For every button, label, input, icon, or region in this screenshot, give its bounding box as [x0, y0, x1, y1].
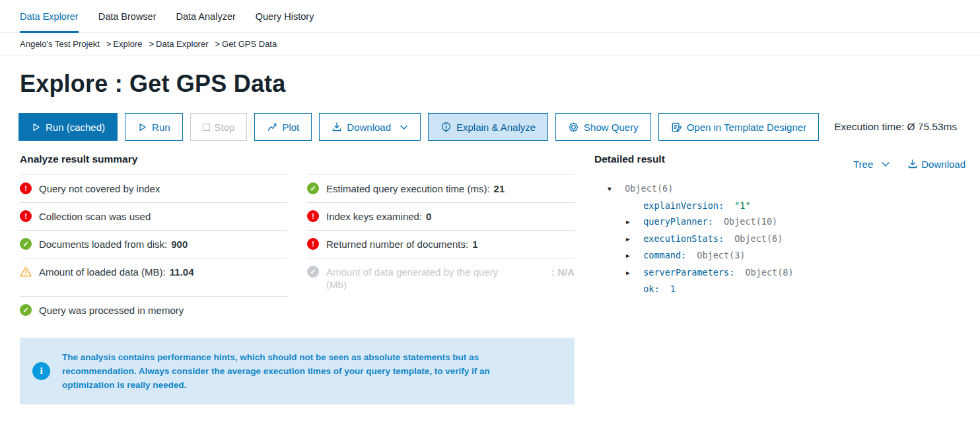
tree-value: Object(8) [745, 267, 793, 278]
tree-value: Object(10) [724, 216, 777, 227]
breadcrumb-item[interactable]: Get GPS Data [222, 39, 277, 49]
success-icon: ✓ [307, 182, 319, 194]
open-template-designer-button[interactable]: Open in Template Designer [658, 113, 820, 141]
explain-analyze-button[interactable]: Explain & Analyze [428, 113, 548, 141]
breadcrumb: Angelo's Test ProjektExploreData Explore… [0, 33, 980, 56]
tree-row: explainVersion "1" [594, 198, 965, 214]
show-query-label: Show Query [584, 122, 639, 133]
summary-item: ! ✓ ✓ Query not covered by index [20, 174, 287, 202]
summary-item-label: Estimated query execution time (ms): [326, 182, 490, 195]
download-icon [332, 122, 342, 132]
show-query-button[interactable]: Show Query [555, 113, 651, 141]
tree-expander-icon[interactable]: ▶ [626, 265, 638, 282]
nav-tab[interactable]: Data Explorer [20, 0, 79, 32]
summary-left-list: ! ✓ ✓ Query not covered by index ! ✓ ✓ C… [20, 174, 287, 324]
tree-row: ▶ queryPlanner Object(10) [594, 213, 965, 231]
tree-key: serverParameters [643, 267, 734, 278]
tree-expander-icon[interactable]: ▼ [608, 181, 619, 198]
tree-value: Object(3) [697, 250, 745, 260]
tree-row: ▼ Object(6) [594, 180, 965, 198]
error-icon: ! [20, 210, 32, 222]
tree-key: command [643, 250, 686, 260]
summary-item-value: 900 [171, 238, 188, 250]
run-button[interactable]: Run [125, 113, 183, 141]
tree-value: "1" [734, 200, 750, 211]
tree-expander-icon[interactable]: ▶ [626, 248, 638, 264]
stop-icon [203, 124, 210, 131]
summary-item: ! ✓ ✓ Returned number of documents: 1 [307, 230, 575, 258]
page-title: Explore : Get GPS Data [20, 70, 980, 98]
info-circle-icon: i [32, 362, 50, 380]
stop-button[interactable]: Stop [190, 113, 248, 141]
summary-item-value: 0 [426, 210, 431, 223]
nav-tab[interactable]: Data Browser [98, 0, 157, 32]
breadcrumb-item[interactable]: Data Explorer [156, 39, 222, 49]
breadcrumb-item[interactable]: Explore [113, 39, 156, 49]
detailed-result-heading: Detailed result [594, 153, 665, 174]
view-mode-value: Tree [853, 159, 873, 170]
result-tree: ▼ Object(6) explainVersion "1" ▶ queryPl… [594, 180, 965, 297]
tree-key: queryPlanner [643, 216, 713, 227]
summary-item: ! ✓ ✓ Documents loaded from disk: 900 [20, 230, 287, 258]
summary-item-value: : N/A [551, 266, 575, 278]
app-window: Data ExplorerData BrowserData AnalyzerQu… [0, 0, 980, 421]
tree-row: ▶ command Object(3) [594, 247, 965, 264]
summary-item-value: 11.04 [170, 266, 194, 278]
plot-button[interactable]: Plot [254, 113, 312, 141]
tree-value: Object(6) [734, 233, 783, 244]
summary-item: ! ✓ ✓ Estimated query execution time (ms… [307, 174, 575, 202]
template-designer-icon [671, 122, 682, 133]
tree-key: executionStats [643, 233, 724, 244]
summary-right-list: ! ✓ ✓ Estimated query execution time (ms… [307, 174, 575, 296]
download-icon [907, 159, 918, 169]
result-download-link[interactable]: Download [907, 159, 965, 170]
tree-value: Object(6) [625, 183, 673, 194]
warning-icon [20, 266, 32, 278]
summary-item: ! ✓ ✓ Amount of loaded data (MB): 11.04 [20, 258, 287, 296]
detailed-result-panel: Detailed result Tree Download ▼ Object(6… [594, 153, 965, 297]
toolbar: Run (cached) Run Stop Plot Download Expl… [18, 113, 980, 141]
gear-icon [568, 122, 579, 133]
view-mode-select[interactable]: Tree [853, 159, 890, 170]
play-icon [31, 122, 41, 132]
tree-key: explainVersion [643, 200, 724, 211]
tree-value: 1 [670, 284, 676, 294]
chevron-down-icon [881, 161, 890, 167]
plot-label: Plot [282, 122, 299, 133]
nav-tab[interactable]: Data Analyzer [176, 0, 236, 32]
info-icon [440, 122, 452, 133]
run-cached-label: Run (cached) [46, 122, 105, 133]
open-template-designer-label: Open in Template Designer [687, 122, 807, 133]
nav-tab[interactable]: Query History [256, 0, 314, 32]
chevron-down-icon [400, 124, 408, 130]
summary-item-label: Query not covered by index [39, 182, 160, 195]
analyze-summary-heading: Analyze result summary [20, 153, 287, 174]
analyze-summary-left: Analyze result summary ! ✓ ✓ Query not c… [20, 153, 287, 324]
error-icon: ! [307, 238, 319, 250]
summary-item: ! ✓ ✓ Index keys examined: 0 [307, 202, 575, 230]
tree-expander-icon[interactable]: ▶ [626, 231, 638, 248]
play-icon [137, 122, 147, 132]
success-icon: ✓ [20, 238, 32, 250]
run-cached-button[interactable]: Run (cached) [18, 113, 118, 141]
summary-item-label: Query was processed in memory [39, 304, 184, 317]
tree-key: ok [643, 284, 659, 294]
analysis-hint-text: The analysis contains performance hints,… [62, 350, 512, 392]
summary-item-label: Amount of loaded data (MB): [39, 266, 166, 278]
tree-expander-icon[interactable]: ▶ [626, 214, 638, 231]
summary-item-label: Collection scan was used [39, 210, 151, 223]
download-button[interactable]: Download [319, 113, 421, 141]
error-icon: ! [307, 210, 319, 222]
summary-item-label: Documents loaded from disk: [39, 238, 167, 250]
summary-item-label: Returned number of documents: [326, 238, 468, 250]
error-icon: ! [20, 182, 32, 194]
success-icon: ✓ [20, 304, 32, 316]
summary-item: ! ✓ ✓ Query was processed in memory [20, 296, 287, 324]
summary-item-label: Amount of data generated by the query (M… [326, 266, 521, 291]
summary-item-value: 1 [472, 238, 477, 250]
breadcrumb-item[interactable]: Angelo's Test Projekt [20, 39, 113, 49]
disabled-check-icon: ✓ [307, 266, 319, 278]
analysis-hint-box: i The analysis contains performance hint… [20, 338, 575, 404]
stop-label: Stop [215, 122, 235, 133]
execution-time: Execution time: Ø 75.53ms [834, 121, 957, 133]
